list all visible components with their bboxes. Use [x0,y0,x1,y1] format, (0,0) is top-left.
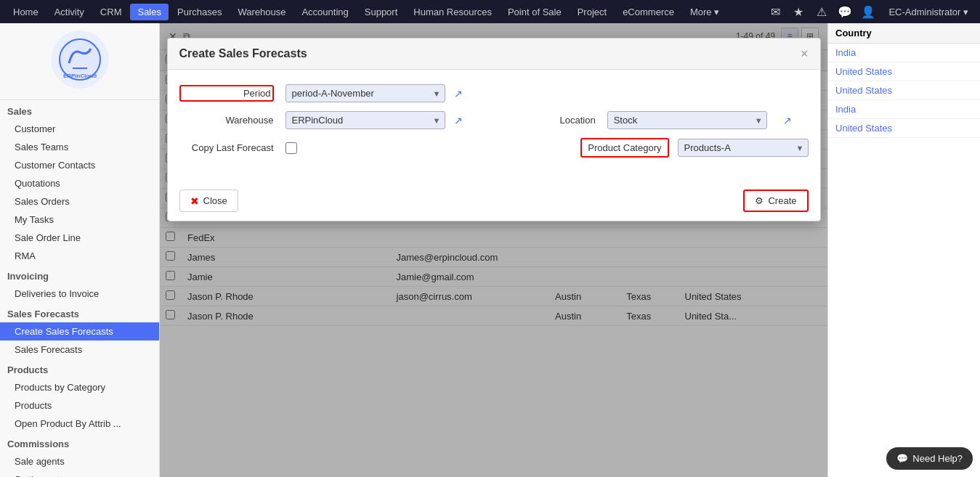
star-icon[interactable]: ★ [790,3,807,20]
sidebar-item-sale-agents[interactable]: Sale agents [0,452,159,470]
top-nav-right: ✉ ★ ⚠ 💬 👤 EC-Administrator ▾ [766,3,974,20]
nav-ecommerce[interactable]: eCommerce [615,4,681,20]
content-area: ✕ ⧉ 1-49 of 49 ≡ ⊞ Name Phone Email City [160,23,827,477]
modal-dialog: Create Sales Forecasts × Period period-A… [167,38,821,221]
modal-close-button[interactable]: × [801,47,809,60]
need-help-label: Need Help? [912,453,963,464]
period-select-wrapper: period-A-November ▼ [286,84,445,102]
nav-purchases[interactable]: Purchases [170,4,229,20]
location-section: Location Stock ▼ ↗ [560,111,809,129]
sidebar-item-create-sales-forecasts[interactable]: Create Sales Forecasts [0,322,159,341]
location-label: Location [560,115,596,126]
modal-header: Create Sales Forecasts × [168,38,820,70]
modal-overlay: Create Sales Forecasts × Period period-A… [160,23,827,477]
nav-activity[interactable]: Activity [47,4,92,20]
sidebar-section-sales: Sales [0,100,159,120]
product-category-section: Product Category Products-A ▼ [580,138,808,158]
sidebar-item-quotations[interactable]: Quotations [0,174,159,192]
right-panel-item-3[interactable]: India [828,100,980,119]
warehouse-select[interactable]: ERPinCloud [286,111,445,129]
warehouse-location-row: Warehouse ERPinCloud ▼ ↗ Location [179,111,809,129]
warehouse-field: ERPinCloud ▼ ↗ [286,111,534,129]
location-external-link-icon[interactable]: ↗ [779,112,796,129]
sidebar-item-settlements[interactable]: Settlements [0,470,159,477]
period-external-link-icon[interactable]: ↗ [450,85,467,102]
right-panel-item-0[interactable]: India [828,44,980,62]
sidebar-item-products[interactable]: Products [0,396,159,415]
nav-sales[interactable]: Sales [130,4,169,20]
nav-project[interactable]: Project [570,4,614,20]
create-gear-icon: ⚙ [755,195,764,206]
close-icon: ✖ [190,195,199,207]
period-row: Period period-A-November ▼ ↗ [179,84,809,102]
alert-icon[interactable]: ⚠ [813,3,830,20]
close-button[interactable]: ✖ Close [179,189,238,212]
sidebar-item-my-tasks[interactable]: My Tasks [0,211,159,229]
period-field: period-A-November ▼ ↗ [286,84,809,102]
sidebar-item-sales-orders[interactable]: Sales Orders [0,192,159,211]
email-icon[interactable]: ✉ [766,3,784,20]
right-panel-item-2[interactable]: United States [828,81,980,100]
copy-forecast-label: Copy Last Forecast [179,142,274,153]
sidebar-logo: ERPinCloud [0,23,159,100]
chat-icon[interactable]: 💬 [836,3,854,20]
copy-forecast-row: Copy Last Forecast Product Category Prod… [179,138,809,158]
sidebar-item-deliveries[interactable]: Deliveries to Invoice [0,285,159,303]
nav-crm[interactable]: CRM [93,4,129,20]
nav-accounting[interactable]: Accounting [294,4,355,20]
nav-human-resources[interactable]: Human Resources [406,4,499,20]
sidebar-section-invoicing: Invoicing [0,265,159,285]
warehouse-external-link-icon[interactable]: ↗ [450,112,467,129]
top-navigation: Home Activity CRM Sales Purchases Wareho… [0,0,980,23]
right-panel-item-4[interactable]: United States [828,119,980,138]
nav-home[interactable]: Home [6,4,46,20]
modal-footer: ✖ Close ⚙ Create [168,181,820,221]
modal-title: Create Sales Forecasts [179,47,307,60]
copy-forecast-field [286,142,555,154]
user-icon[interactable]: 👤 [859,3,877,20]
sidebar: ERPinCloud Sales Customer Sales Teams Cu… [0,23,160,477]
user-menu[interactable]: EC-Administrator ▾ [883,4,974,20]
location-select[interactable]: Stock [607,111,767,129]
modal-body: Period period-A-November ▼ ↗ [168,70,820,181]
sidebar-item-products-by-category[interactable]: Products by Category [0,378,159,396]
products-a-select[interactable]: Products-A [678,139,809,157]
need-help-icon: 💬 [896,453,908,464]
product-category-label: Product Category [580,138,668,158]
sidebar-item-customer-contacts[interactable]: Customer Contacts [0,156,159,174]
logo-image: ERPinCloud [51,30,109,89]
sidebar-item-sale-order-line[interactable]: Sale Order Line [0,229,159,247]
nav-point-of-sale[interactable]: Point of Sale [501,4,569,20]
sidebar-item-rma[interactable]: RMA [0,247,159,265]
sidebar-section-commissions: Commissions [0,433,159,452]
sidebar-item-customer[interactable]: Customer [0,120,159,138]
period-label: Period [179,85,274,102]
nav-more[interactable]: More ▾ [683,4,726,20]
nav-support[interactable]: Support [357,4,405,20]
warehouse-label: Warehouse [179,115,274,126]
need-help-widget[interactable]: 💬 Need Help? [886,447,973,470]
products-a-select-wrapper: Products-A ▼ [678,139,809,157]
right-panel-header: Country [828,23,980,44]
right-panel: Country India United States United State… [827,23,980,477]
svg-text:ERPinCloud: ERPinCloud [62,73,96,79]
sidebar-item-sales-forecasts[interactable]: Sales Forecasts [0,341,159,359]
sidebar-item-sales-teams[interactable]: Sales Teams [0,138,159,156]
copy-forecast-checkbox[interactable] [286,142,297,154]
sidebar-item-open-product-by-attrib[interactable]: Open Product By Attrib ... [0,415,159,433]
warehouse-select-wrapper: ERPinCloud ▼ [286,111,445,129]
nav-warehouse[interactable]: Warehouse [230,4,293,20]
right-panel-item-1[interactable]: United States [828,62,980,81]
sidebar-section-sales-forecasts: Sales Forecasts [0,303,159,322]
sidebar-section-products: Products [0,359,159,378]
period-select[interactable]: period-A-November [286,84,445,102]
location-select-wrapper: Stock ▼ [607,111,767,129]
create-button[interactable]: ⚙ Create [743,189,808,212]
